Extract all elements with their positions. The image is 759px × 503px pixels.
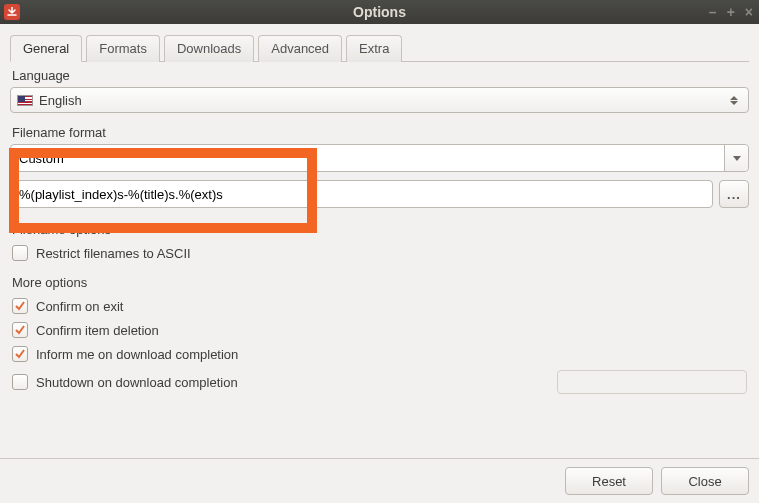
language-value: English: [39, 93, 82, 108]
window-title: Options: [0, 4, 759, 20]
restrict-ascii-label: Restrict filenames to ASCII: [36, 246, 191, 261]
confirm-delete-checkbox[interactable]: [12, 322, 28, 338]
shutdown-complete-checkbox[interactable]: [12, 374, 28, 390]
filename-options-label: Filename options: [12, 222, 749, 237]
filename-format-label: Filename format: [12, 125, 749, 140]
restrict-ascii-checkbox[interactable]: [12, 245, 28, 261]
tab-downloads[interactable]: Downloads: [164, 35, 254, 62]
close-window-button[interactable]: ×: [745, 4, 753, 20]
titlebar: Options – + ×: [0, 0, 759, 24]
spinner-icon: [730, 90, 744, 110]
chevron-down-icon: [733, 156, 741, 161]
shutdown-complete-label: Shutdown on download completion: [36, 375, 549, 390]
language-label: Language: [12, 68, 749, 83]
browse-button[interactable]: ...: [719, 180, 749, 208]
filename-preset-input[interactable]: [11, 145, 724, 171]
confirm-delete-label: Confirm item deletion: [36, 323, 159, 338]
filename-template-input[interactable]: [10, 180, 713, 208]
more-options-label: More options: [12, 275, 749, 290]
reset-button[interactable]: Reset: [565, 467, 653, 495]
shutdown-command-field: [557, 370, 747, 394]
filename-preset-combo[interactable]: [10, 144, 749, 172]
minimize-button[interactable]: –: [709, 4, 717, 20]
flag-us-icon: [17, 95, 33, 106]
tab-formats[interactable]: Formats: [86, 35, 160, 62]
tabbar: General Formats Downloads Advanced Extra: [10, 34, 749, 62]
dialog-buttons: Reset Close: [0, 458, 759, 503]
close-button[interactable]: Close: [661, 467, 749, 495]
dropdown-button[interactable]: [724, 145, 748, 171]
tab-advanced[interactable]: Advanced: [258, 35, 342, 62]
tab-general[interactable]: General: [10, 35, 82, 62]
confirm-exit-label: Confirm on exit: [36, 299, 123, 314]
confirm-exit-checkbox[interactable]: [12, 298, 28, 314]
language-select[interactable]: English: [10, 87, 749, 113]
maximize-button[interactable]: +: [727, 4, 735, 20]
inform-complete-label: Inform me on download completion: [36, 347, 238, 362]
app-icon: [4, 4, 20, 20]
inform-complete-checkbox[interactable]: [12, 346, 28, 362]
tab-extra[interactable]: Extra: [346, 35, 402, 62]
